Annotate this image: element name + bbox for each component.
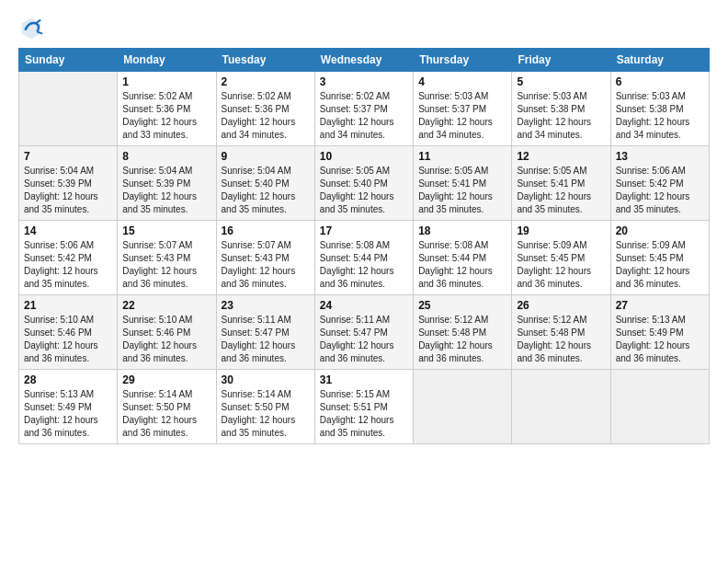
day-cell-9: 9Sunrise: 5:04 AM Sunset: 5:40 PM Daylig… [216,146,314,221]
day-cell-4: 4Sunrise: 5:03 AM Sunset: 5:37 PM Daylig… [414,72,512,146]
day-number: 3 [320,75,408,88]
day-number: 20 [616,224,704,237]
day-number: 6 [616,75,704,88]
day-cell-1: 1Sunrise: 5:02 AM Sunset: 5:36 PM Daylig… [118,72,216,146]
day-cell-26: 26Sunrise: 5:12 AM Sunset: 5:48 PM Dayli… [512,295,610,370]
day-cell-21: 21Sunrise: 5:10 AM Sunset: 5:46 PM Dayli… [19,295,118,370]
day-cell-27: 27Sunrise: 5:13 AM Sunset: 5:49 PM Dayli… [610,295,709,370]
day-number: 29 [122,373,210,386]
day-info: Sunrise: 5:02 AM Sunset: 5:37 PM Dayligh… [320,90,408,142]
day-info: Sunrise: 5:06 AM Sunset: 5:42 PM Dayligh… [616,165,704,216]
day-info: Sunrise: 5:04 AM Sunset: 5:39 PM Dayligh… [122,165,210,216]
day-cell-8: 8Sunrise: 5:04 AM Sunset: 5:39 PM Daylig… [118,146,216,221]
column-header-saturday: Saturday [610,49,709,72]
day-cell-2: 2Sunrise: 5:02 AM Sunset: 5:36 PM Daylig… [216,72,314,146]
column-header-monday: Monday [118,49,216,72]
day-cell-10: 10Sunrise: 5:05 AM Sunset: 5:40 PM Dayli… [314,146,413,221]
day-number: 13 [616,150,704,163]
day-info: Sunrise: 5:13 AM Sunset: 5:49 PM Dayligh… [616,314,704,365]
day-number: 17 [320,224,408,237]
day-info: Sunrise: 5:09 AM Sunset: 5:45 PM Dayligh… [616,239,704,291]
column-header-friday: Friday [512,49,610,72]
day-number: 14 [24,224,112,237]
column-header-wednesday: Wednesday [314,49,413,72]
column-header-sunday: Sunday [19,49,118,72]
day-cell-31: 31Sunrise: 5:15 AM Sunset: 5:51 PM Dayli… [314,370,413,444]
day-number: 21 [24,299,112,312]
day-cell-24: 24Sunrise: 5:11 AM Sunset: 5:47 PM Dayli… [314,295,413,370]
day-info: Sunrise: 5:03 AM Sunset: 5:37 PM Dayligh… [418,90,506,142]
column-header-thursday: Thursday [414,49,512,72]
day-cell-15: 15Sunrise: 5:07 AM Sunset: 5:43 PM Dayli… [118,221,216,295]
day-number: 8 [122,150,210,163]
day-info: Sunrise: 5:14 AM Sunset: 5:50 PM Dayligh… [122,388,210,440]
week-row-4: 21Sunrise: 5:10 AM Sunset: 5:46 PM Dayli… [19,295,710,370]
day-info: Sunrise: 5:02 AM Sunset: 5:36 PM Dayligh… [222,90,310,142]
day-cell-29: 29Sunrise: 5:14 AM Sunset: 5:50 PM Dayli… [118,370,216,444]
day-info: Sunrise: 5:15 AM Sunset: 5:51 PM Dayligh… [320,388,408,440]
day-info: Sunrise: 5:04 AM Sunset: 5:40 PM Dayligh… [222,165,310,216]
day-number: 27 [616,299,704,312]
day-info: Sunrise: 5:05 AM Sunset: 5:41 PM Dayligh… [517,165,605,216]
day-cell-16: 16Sunrise: 5:07 AM Sunset: 5:43 PM Dayli… [216,221,314,295]
day-info: Sunrise: 5:03 AM Sunset: 5:38 PM Dayligh… [517,90,605,142]
day-info: Sunrise: 5:03 AM Sunset: 5:38 PM Dayligh… [616,90,704,142]
day-info: Sunrise: 5:08 AM Sunset: 5:44 PM Dayligh… [418,239,506,291]
day-info: Sunrise: 5:13 AM Sunset: 5:49 PM Dayligh… [24,388,112,440]
day-info: Sunrise: 5:14 AM Sunset: 5:50 PM Dayligh… [222,388,310,440]
day-cell-7: 7Sunrise: 5:04 AM Sunset: 5:39 PM Daylig… [19,146,118,221]
day-info: Sunrise: 5:11 AM Sunset: 5:47 PM Dayligh… [320,314,408,365]
day-cell-30: 30Sunrise: 5:14 AM Sunset: 5:50 PM Dayli… [216,370,314,444]
day-cell-19: 19Sunrise: 5:09 AM Sunset: 5:45 PM Dayli… [512,221,610,295]
empty-cell [19,72,118,146]
day-cell-3: 3Sunrise: 5:02 AM Sunset: 5:37 PM Daylig… [314,72,413,146]
day-number: 15 [122,224,210,237]
day-number: 2 [222,75,310,88]
week-row-3: 14Sunrise: 5:06 AM Sunset: 5:42 PM Dayli… [19,221,710,295]
column-header-tuesday: Tuesday [216,49,314,72]
day-cell-5: 5Sunrise: 5:03 AM Sunset: 5:38 PM Daylig… [512,72,610,146]
day-number: 28 [24,373,112,386]
day-number: 11 [418,150,506,163]
day-info: Sunrise: 5:04 AM Sunset: 5:39 PM Dayligh… [24,165,112,216]
empty-cell [610,370,709,444]
day-number: 16 [222,224,310,237]
day-number: 22 [122,299,210,312]
day-number: 18 [418,224,506,237]
day-number: 9 [222,150,310,163]
day-number: 25 [418,299,506,312]
header [18,15,710,40]
week-row-2: 7Sunrise: 5:04 AM Sunset: 5:39 PM Daylig… [19,146,710,221]
day-number: 12 [517,150,605,163]
day-cell-14: 14Sunrise: 5:06 AM Sunset: 5:42 PM Dayli… [19,221,118,295]
day-number: 4 [418,75,506,88]
day-info: Sunrise: 5:07 AM Sunset: 5:43 PM Dayligh… [122,239,210,291]
day-number: 7 [24,150,112,163]
day-cell-6: 6Sunrise: 5:03 AM Sunset: 5:38 PM Daylig… [610,72,709,146]
day-info: Sunrise: 5:07 AM Sunset: 5:43 PM Dayligh… [222,239,310,291]
day-cell-11: 11Sunrise: 5:05 AM Sunset: 5:41 PM Dayli… [414,146,512,221]
calendar-table: SundayMondayTuesdayWednesdayThursdayFrid… [18,48,710,444]
page: SundayMondayTuesdayWednesdayThursdayFrid… [0,0,728,563]
week-row-5: 28Sunrise: 5:13 AM Sunset: 5:49 PM Dayli… [19,370,710,444]
day-cell-13: 13Sunrise: 5:06 AM Sunset: 5:42 PM Dayli… [610,146,709,221]
day-info: Sunrise: 5:06 AM Sunset: 5:42 PM Dayligh… [24,239,112,291]
logo [18,15,48,40]
day-number: 19 [517,224,605,237]
day-number: 10 [320,150,408,163]
empty-cell [512,370,610,444]
header-row: SundayMondayTuesdayWednesdayThursdayFrid… [19,49,710,72]
week-row-1: 1Sunrise: 5:02 AM Sunset: 5:36 PM Daylig… [19,72,710,146]
day-cell-18: 18Sunrise: 5:08 AM Sunset: 5:44 PM Dayli… [414,221,512,295]
day-info: Sunrise: 5:12 AM Sunset: 5:48 PM Dayligh… [517,314,605,365]
day-cell-17: 17Sunrise: 5:08 AM Sunset: 5:44 PM Dayli… [314,221,413,295]
day-info: Sunrise: 5:08 AM Sunset: 5:44 PM Dayligh… [320,239,408,291]
logo-icon [18,15,44,40]
day-info: Sunrise: 5:05 AM Sunset: 5:40 PM Dayligh… [320,165,408,216]
day-info: Sunrise: 5:12 AM Sunset: 5:48 PM Dayligh… [418,314,506,365]
day-cell-28: 28Sunrise: 5:13 AM Sunset: 5:49 PM Dayli… [19,370,118,444]
day-info: Sunrise: 5:11 AM Sunset: 5:47 PM Dayligh… [222,314,310,365]
day-info: Sunrise: 5:10 AM Sunset: 5:46 PM Dayligh… [122,314,210,365]
day-number: 5 [517,75,605,88]
day-info: Sunrise: 5:02 AM Sunset: 5:36 PM Dayligh… [122,90,210,142]
